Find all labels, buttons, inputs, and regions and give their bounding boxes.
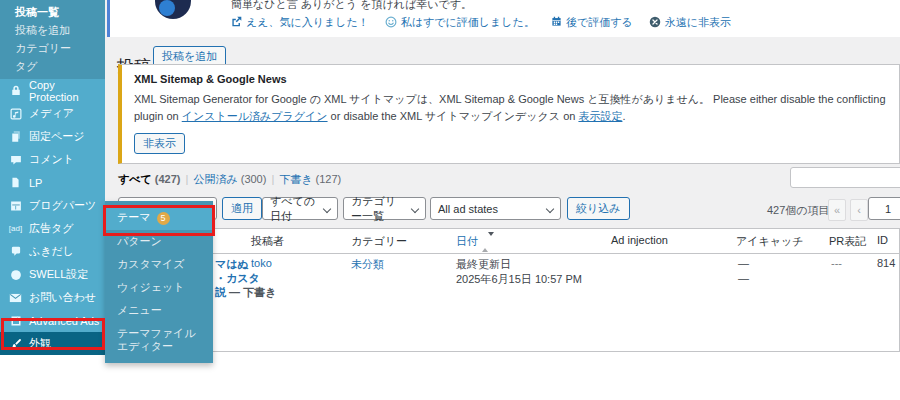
sidebar-item-add-post[interactable]: 投稿を追加 [0, 21, 105, 39]
flyout-item-patterns[interactable]: パターン [105, 230, 213, 253]
view-draft[interactable]: 下書き (127) [279, 173, 341, 185]
admin-sidebar: 投稿一覧 投稿を追加 カテゴリー タグ Copy Protection メディア… [0, 0, 105, 346]
reading-settings-link[interactable]: 表示設定 [578, 110, 622, 122]
rating-notice-message: 簡単なひと言 ありがとう を頂ければ幸いです。 [231, 0, 472, 12]
items-count: 427個の項目 [767, 203, 830, 218]
calendar-icon [551, 16, 562, 29]
post-status-views: すべて (427)|公開済み (300)|下書き (127) [118, 172, 341, 187]
flyout-item-widgets[interactable]: ウィジェット [105, 276, 213, 299]
apply-button[interactable]: 適用 [222, 197, 262, 220]
filter-button[interactable]: 絞り込み [567, 197, 630, 220]
ad-state-filter-select[interactable]: All ad states [430, 197, 561, 220]
update-count-badge: 5 [157, 212, 170, 225]
sidebar-item-appearance[interactable]: 外観 [0, 332, 105, 355]
column-id: ID [877, 234, 888, 246]
sidebar-item-label: Copy Protection [29, 79, 105, 103]
rate-later-label: 後で評価する [566, 15, 633, 30]
sidebar-item-advanced-ads[interactable]: Advanced Ads [0, 309, 105, 332]
installed-plugins-link[interactable]: インストール済みプラグイン [182, 110, 328, 122]
rating-notice-actions: ええ、気に入りました！ 私はすでに評価しました。 後で評価する 永遠に非表示 [231, 15, 731, 30]
sidebar-item-copy-protection[interactable]: Copy Protection [0, 79, 105, 102]
sidebar-item-label: コメント [29, 152, 74, 167]
flyout-item-label: テーマ [117, 211, 151, 223]
date-value: 2025年6月15日 10:57 PM [456, 272, 582, 287]
rate-later-link[interactable]: 後で評価する [551, 15, 633, 30]
search-input[interactable] [790, 167, 900, 188]
sidebar-item-contact[interactable]: お問い合わせ [0, 286, 105, 309]
column-author[interactable]: 投稿者 [251, 234, 284, 249]
sidebar-item-comments[interactable]: コメント [0, 148, 105, 171]
draft-status-label: — 下書き [226, 286, 276, 298]
chevron-down-icon [546, 205, 554, 213]
sidebar-item-label: 固定ページ [29, 129, 85, 144]
speech-bubble-icon [8, 245, 23, 258]
sidebar-item-pages[interactable]: 固定ページ [0, 125, 105, 148]
category-filter-select[interactable]: カテゴリー一覧 [343, 197, 426, 220]
view-published[interactable]: 公開済み (300) [193, 173, 266, 185]
sidebar-item-label: ふきだし [29, 244, 74, 259]
grid-icon [8, 199, 23, 212]
author-link[interactable]: toko [251, 257, 272, 269]
ad-state-filter-value: All ad states [438, 203, 498, 215]
prev-page-button[interactable]: ‹ [850, 199, 868, 221]
post-id-cell: 814 [877, 257, 895, 269]
column-category[interactable]: カテゴリー [351, 234, 407, 249]
pr-label-cell: --- [831, 257, 842, 269]
xml-sitemap-notice: XML Sitemap & Google News XML Sitemap Ge… [118, 64, 900, 164]
chevron-down-icon [323, 205, 331, 213]
external-link-icon [231, 16, 242, 29]
category-cell: 未分類 [351, 257, 384, 272]
flyout-item-theme-file-editor[interactable]: テーマファイルエディター [105, 322, 213, 358]
sidebar-item-tags[interactable]: タグ [0, 57, 105, 75]
eyecatch-dash: — [738, 257, 749, 269]
lock-icon [8, 84, 23, 97]
view-all[interactable]: すべて (427) [118, 173, 181, 185]
sidebar-item-label: Advanced Ads [29, 315, 99, 327]
date-filter-select[interactable]: すべての日付 [262, 197, 338, 220]
sidebar-item-media[interactable]: メディア [0, 102, 105, 125]
sidebar-item-all-posts[interactable]: 投稿一覧 [0, 3, 105, 21]
sidebar-item-fukidashi[interactable]: ふきだし [0, 240, 105, 263]
current-page-input[interactable] [868, 197, 900, 220]
dismiss-forever-label: 永遠に非表示 [665, 15, 731, 30]
dismiss-icon [649, 16, 661, 30]
flyout-item-themes[interactable]: テーマ5 [105, 206, 213, 230]
sidebar-item-label: SWELL設定 [29, 267, 88, 282]
sidebar-item-label: お問い合わせ [29, 290, 96, 305]
rate-now-link[interactable]: ええ、気に入りました！ [231, 15, 369, 30]
sidebar-item-categories[interactable]: カテゴリー [0, 39, 105, 57]
xml-notice-body: XML Sitemap Generator for Google の XML サ… [134, 91, 887, 125]
column-ad-injection: Ad injection [611, 234, 668, 246]
post-title-link[interactable]: マはぬ [215, 257, 249, 272]
posts-table: 投稿者 カテゴリー 日付 Ad injection アイキャッチ PR表記 ID… [118, 228, 900, 352]
date-filter-value: すべての日付 [270, 194, 317, 224]
sidebar-item-ad-tags[interactable]: [ad] 広告タグ [0, 217, 105, 240]
post-title-line3[interactable]: 説 — 下書き [215, 285, 276, 300]
flyout-item-customize[interactable]: カスタマイズ [105, 253, 213, 276]
sidebar-item-blog-parts[interactable]: ブログパーツ [0, 194, 105, 217]
sidebar-item-label: 広告タグ [29, 221, 74, 236]
smiley-icon [385, 16, 397, 30]
first-page-button[interactable]: « [828, 199, 846, 221]
flyout-item-menus[interactable]: メニュー [105, 299, 213, 322]
wordpress-admin-screen: 簡単なひと言 ありがとう を頂ければ幸いです。 ええ、気に入りました！ 私はすで… [0, 0, 900, 400]
dismiss-forever-link[interactable]: 永遠に非表示 [649, 15, 731, 30]
ad-icon: [ad] [8, 222, 23, 235]
column-date-sort[interactable]: 日付 [456, 234, 494, 249]
author-cell: toko [251, 257, 272, 269]
chevron-down-icon [411, 205, 419, 213]
sidebar-item-swell-settings[interactable]: SWELL設定 [0, 263, 105, 286]
plugin-rating-notice: 簡単なひと言 ありがとう を頂ければ幸いです。 ええ、気に入りました！ 私はすで… [107, 0, 900, 37]
comments-icon [8, 153, 23, 166]
sidebar-item-lp[interactable]: LP [0, 171, 105, 194]
hide-notice-button[interactable]: 非表示 [134, 133, 185, 154]
category-filter-value: カテゴリー一覧 [351, 194, 405, 224]
advanced-ads-icon [8, 314, 23, 327]
page-icon [8, 176, 23, 189]
xml-notice-title: XML Sitemap & Google News [134, 73, 887, 85]
post-title-link[interactable]: ・カスタ [215, 271, 260, 286]
category-link[interactable]: 未分類 [351, 258, 384, 270]
column-eyecatch: アイキャッチ [736, 234, 804, 249]
plugin-logo-avatar [155, 0, 191, 19]
already-rated-link[interactable]: 私はすでに評価しました。 [385, 15, 535, 30]
